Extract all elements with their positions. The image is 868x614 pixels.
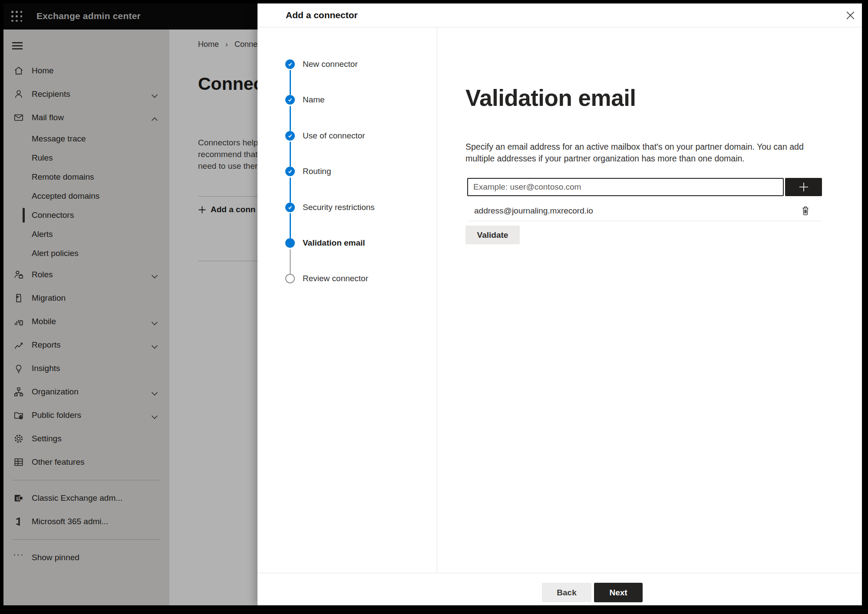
exchange-admin-window: Exchange admin center Home Recipients Ma… [3, 3, 862, 605]
add-email-button[interactable] [785, 178, 822, 196]
row-divider [467, 221, 822, 221]
close-icon[interactable] [844, 9, 857, 22]
step-description-line: Specify an email address for an active m… [465, 142, 804, 152]
step-description-line: multiple addresses if your partner organ… [465, 154, 745, 164]
step-use-of-connector: Use of connector [257, 131, 437, 141]
step-heading: Validation email [465, 85, 636, 111]
dialog-footer: Back Next [257, 573, 862, 605]
delete-email-icon[interactable] [799, 204, 812, 218]
screenshot-stage: Exchange admin center Home Recipients Ma… [0, 0, 868, 614]
add-connector-dialog: Add a connector New connector Name [257, 3, 862, 605]
dialog-title: Add a connector [286, 10, 358, 20]
step-routing: Routing [257, 167, 437, 176]
next-button[interactable]: Next [594, 583, 643, 602]
step-complete-icon [285, 203, 295, 212]
step-upcoming-icon [285, 274, 295, 283]
plus-icon [798, 181, 809, 193]
email-address-value: address@journaling.mxrecord.io [474, 206, 593, 216]
step-complete-icon [285, 59, 295, 69]
step-complete-icon [285, 131, 295, 141]
email-address-input[interactable] [467, 178, 784, 196]
back-button[interactable]: Back [542, 583, 591, 602]
step-complete-icon [285, 167, 295, 176]
step-complete-icon [285, 95, 295, 105]
step-review-connector: Review connector [257, 274, 437, 283]
step-new-connector: New connector [257, 59, 437, 69]
validate-button[interactable]: Validate [465, 226, 520, 244]
step-validation-email: Validation email [257, 238, 437, 248]
dialog-header: Add a connector [257, 3, 862, 27]
step-current-icon [285, 238, 295, 248]
step-name: Name [257, 95, 437, 105]
wizard-steps-panel: New connector Name Use of connector Rout… [257, 27, 437, 573]
email-address-row: address@journaling.mxrecord.io [467, 202, 822, 221]
step-security-restrictions: Security restrictions [257, 203, 437, 212]
dialog-content: Validation email Specify an email addres… [437, 27, 862, 573]
